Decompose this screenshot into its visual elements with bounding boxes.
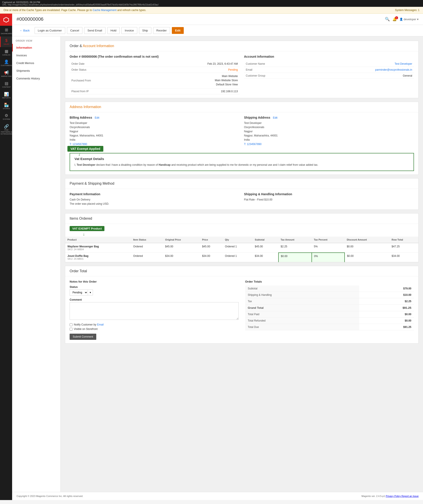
reorder-button[interactable]: Reorder <box>153 27 170 34</box>
cache-management-link[interactable]: Cache Management <box>93 9 116 12</box>
cancel-button[interactable]: Cancel <box>67 27 82 34</box>
content-icon: ▤ <box>5 81 8 86</box>
notifications-bell[interactable]: 🔔 1 <box>392 17 397 21</box>
address-section-header: Address Information <box>65 102 418 112</box>
vat-exempt-box-title: Vat Exempt Details <box>74 157 409 161</box>
billing-edit-link[interactable]: Edit <box>95 116 99 119</box>
sidebar-item-dashboard[interactable]: ⊞ DASHBOARD <box>0 26 12 36</box>
report-issue-link[interactable]: Report an Issue <box>401 495 419 497</box>
login-as-customer-button[interactable]: Login as Customer <box>35 27 65 34</box>
sidebar-item-partners[interactable]: 🔗 FIND PARTNERS & EXTENSIONS <box>0 122 12 137</box>
customer-group-label: Customer Group <box>244 73 312 79</box>
email-link[interactable]: Email <box>97 323 104 326</box>
stores-icon: 🏪 <box>4 102 9 108</box>
edit-button[interactable]: Edit <box>172 27 184 34</box>
sidebar-item-stores[interactable]: 🏪 STORES <box>0 101 12 112</box>
items-ordered-section: Items Ordered VAT EXEMPT Product ↓ Produ… <box>65 213 419 262</box>
subtotal-label: Subtotal <box>245 285 359 292</box>
order-account-body: Order # 000000006 (The order confirmatio… <box>65 51 418 98</box>
account-info-block: Account Information Customer Name Test D… <box>244 55 414 94</box>
back-button[interactable]: ← Back <box>17 27 33 34</box>
privacy-policy-link[interactable]: Privacy Policy <box>386 495 402 497</box>
grand-total-value: $91.25 <box>359 305 414 311</box>
page-header: #000000006 🔍 🔔 1 👤 developer ▾ <box>12 14 423 25</box>
cache-warning-text2: and refresh cache types. <box>117 9 146 12</box>
sidebar-item-shipments[interactable]: Shipments <box>12 67 60 75</box>
order-status-label: Order Status <box>70 67 138 73</box>
comment-textarea[interactable] <box>70 302 239 320</box>
status-label: Status <box>70 285 239 288</box>
sidebar-item-information[interactable]: Information <box>12 44 60 52</box>
item-original-price-1: $45.00 <box>163 243 200 253</box>
col-subtotal: Subtotal <box>253 237 278 243</box>
col-tax-amount: Tax Amount <box>278 237 312 243</box>
shipping-phone: T: 1234567890 <box>244 143 262 146</box>
order-date-value: Feb 23, 2023, 6:43:47 AM <box>138 61 240 67</box>
sidebar-item-credit-memos[interactable]: Credit Memos <box>12 59 60 67</box>
order-totals-table: Subtotal $79.00 Shipping & Handling $10.… <box>245 285 414 330</box>
search-icon[interactable]: 🔍 <box>385 17 390 22</box>
sidebar-item-customers[interactable]: 👤 CUSTOMERS <box>0 58 12 68</box>
order-info-block: Order # 000000006 (The order confirmatio… <box>70 55 240 94</box>
ship-button[interactable]: Ship <box>139 27 151 34</box>
item-price-1: $45.00 <box>200 243 223 253</box>
table-row: Total Refunded $0.00 <box>245 318 414 324</box>
vat-exempt-applied-label: VAT Exempt Applied <box>67 146 103 152</box>
footer-copyright: Copyright © 2023 Magento Commerce Inc. A… <box>17 495 83 497</box>
item-original-price-2: $34.00 <box>163 253 200 262</box>
sales-label: SALES <box>4 43 9 45</box>
grand-total-row: Grand Total $91.25 <box>245 305 414 311</box>
system-icon: ⚙ <box>5 113 8 118</box>
status-dropdown-btn[interactable]: ▾ <box>88 290 93 295</box>
sidebar-item-marketing[interactable]: 📢 MARKETING <box>0 68 12 79</box>
system-label: SYSTEM <box>3 118 10 120</box>
notify-checkbox[interactable] <box>70 323 73 326</box>
hold-button[interactable]: Hold <box>107 27 120 34</box>
status-select[interactable]: Pending <box>70 289 88 296</box>
sidebar-item-reports[interactable]: 📊 REPORTS <box>0 90 12 101</box>
order-total-section: Order Total Notes for this Order Status … <box>65 266 419 343</box>
table-row: Joust Duffle Bag SKU: 24-MB01 Ordered $3… <box>65 253 418 262</box>
col-item-status: Item Status <box>131 237 163 243</box>
footer-version-info: Magento ver. 2.4.5-p1 Privacy Policy Rep… <box>362 495 419 497</box>
action-toolbar: ← Back Login as Customer Cancel Send Ema… <box>12 25 423 36</box>
order-total-header: Order Total <box>65 266 418 276</box>
item-tax-percent-2: 0% <box>312 253 344 262</box>
sidebar-item-comments-history[interactable]: Comments History <box>12 75 60 82</box>
cache-warning-text: One or more of the Cache Types are inval… <box>4 9 92 12</box>
customer-name-value: Test Developer <box>312 61 414 67</box>
sidebar-item-sales[interactable]: $ SALES <box>0 36 12 47</box>
item-price-2: $34.00 <box>200 253 223 262</box>
table-row: Subtotal $79.00 <box>245 285 414 292</box>
user-menu[interactable]: 👤 developer ▾ <box>399 18 419 21</box>
item-tax-percent-1: 5% <box>312 243 344 253</box>
sidebar-item-system[interactable]: ⚙ SYSTEM <box>0 111 12 122</box>
total-refunded-label: Total Refunded <box>245 318 359 324</box>
col-price: Price <box>200 237 223 243</box>
partners-label: FIND PARTNERS & EXTENSIONS <box>1 129 12 135</box>
order-totals-block: Order Totals Subtotal $79.00 Shipping & … <box>245 280 414 340</box>
purchased-from-label: Purchased From <box>70 73 138 89</box>
item-row-total-2: $34.00 <box>390 253 418 262</box>
visible-checkbox[interactable] <box>70 328 73 330</box>
item-qty-2: Ordered 1 <box>223 253 253 262</box>
subtotal-value: $79.00 <box>359 285 414 292</box>
sidebar-item-invoices[interactable]: Invoices <box>12 52 60 59</box>
send-email-button[interactable]: Send Email <box>84 27 105 34</box>
header-actions: 🔍 🔔 1 👤 developer ▾ <box>385 17 419 22</box>
system-messages[interactable]: System Messages: 1 <box>395 9 419 12</box>
shipping-address-title: Shipping Address Edit <box>244 116 414 119</box>
url-bar: URL: http://magento245p1.local/index.php… <box>2 4 421 6</box>
total-due-value: $91.25 <box>359 324 414 330</box>
billing-phone: T: 1234567890 <box>70 143 87 146</box>
submit-comment-button[interactable]: Submit Comment <box>70 334 96 340</box>
order-date-label: Order Date <box>70 61 138 67</box>
item-status-2: Ordered <box>131 253 163 262</box>
shipping-edit-link[interactable]: Edit <box>273 116 278 119</box>
order-sidebar-title: ORDER VIEW <box>12 36 60 44</box>
invoice-button[interactable]: Invoice <box>121 27 137 34</box>
shipping-method: Flat Rate - Fixed $10.00 <box>244 198 414 202</box>
sidebar-item-catalog[interactable]: ▦ CATALOG <box>0 47 12 58</box>
shipping-handling-value: $10.00 <box>359 292 414 298</box>
sidebar-item-content[interactable]: ▤ CONTENT <box>0 79 12 90</box>
